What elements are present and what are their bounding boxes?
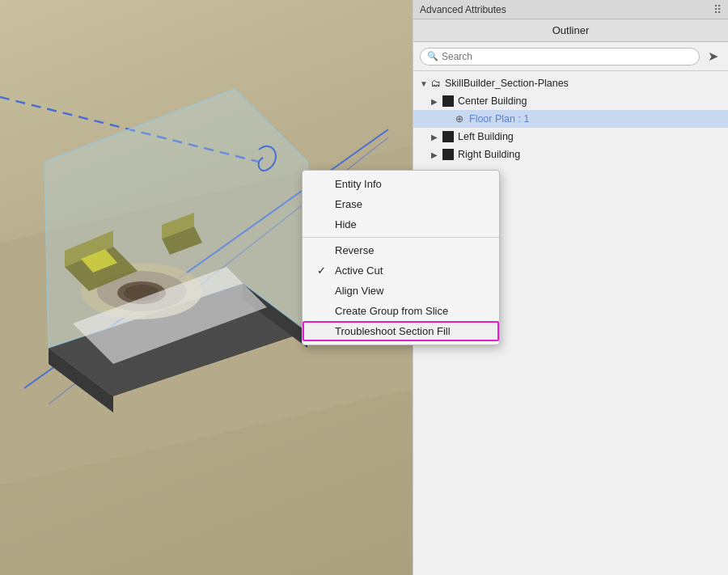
create-group-label: Create Group from Slice [335, 305, 448, 317]
active-cut-label: Active Cut [335, 264, 383, 277]
export-button[interactable]: ➤ [705, 47, 722, 66]
search-input[interactable] [442, 51, 692, 62]
erase-check [317, 198, 330, 210]
floor-plan-label: Floor Plan : 1 [469, 113, 529, 125]
search-bar: 🔍 ➤ [413, 42, 728, 71]
erase-label: Erase [335, 198, 362, 210]
tree-item-floor-plan[interactable]: ⊕ Floor Plan : 1 [413, 110, 728, 128]
context-menu: Entity Info Erase Hide Reverse ✓ Active … [302, 170, 500, 345]
floor-plan-icon: ⊕ [454, 113, 465, 125]
advanced-attributes-label: Advanced Attributes [420, 4, 506, 15]
menu-item-align-view[interactable]: Align View [303, 281, 499, 301]
right-building-icon [442, 149, 454, 160]
menu-item-entity-info[interactable]: Entity Info [303, 174, 499, 194]
reverse-label: Reverse [335, 244, 374, 256]
tree-item-left-building[interactable]: ▶ Left Building [413, 128, 728, 146]
align-view-check [317, 285, 330, 297]
center-building-label: Center Building [458, 95, 527, 107]
reverse-check [317, 244, 330, 256]
search-input-wrapper[interactable]: 🔍 [420, 48, 700, 66]
entity-info-check [317, 178, 330, 190]
left-building-arrow: ▶ [431, 133, 442, 142]
menu-item-troubleshoot[interactable]: Troubleshoot Section Fill [303, 321, 499, 341]
menu-item-create-group[interactable]: Create Group from Slice [303, 301, 499, 321]
outliner-title: Outliner [552, 24, 590, 36]
active-cut-check: ✓ [317, 264, 330, 277]
root-arrow: ▼ [420, 79, 431, 88]
hide-label: Hide [335, 218, 357, 230]
align-view-label: Align View [335, 285, 383, 297]
menu-item-reverse[interactable]: Reverse [303, 240, 499, 260]
root-icon: 🗂 [431, 78, 441, 89]
left-building-label: Left Building [458, 131, 514, 142]
center-building-arrow: ▶ [431, 97, 442, 106]
advanced-attributes-bar: Advanced Attributes ⠿ [413, 0, 728, 19]
troubleshoot-label: Troubleshoot Section Fill [335, 325, 451, 337]
root-label: SkillBuilder_Section-Planes [445, 78, 569, 89]
center-building-icon [442, 95, 454, 107]
right-building-label: Right Building [458, 149, 520, 160]
tree-item-right-building[interactable]: ▶ Right Building [413, 146, 728, 163]
tree-root[interactable]: ▼ 🗂 SkillBuilder_Section-Planes [413, 74, 728, 92]
floor-plan-arrow [442, 115, 454, 124]
tree-item-center-building[interactable]: ▶ Center Building [413, 92, 728, 110]
create-group-check [317, 305, 330, 317]
outliner-header: Outliner [413, 19, 728, 42]
menu-divider-1 [303, 237, 499, 238]
menu-item-active-cut[interactable]: ✓ Active Cut [303, 260, 499, 281]
right-building-arrow: ▶ [431, 150, 442, 159]
search-icon: 🔍 [427, 51, 438, 61]
menu-item-erase[interactable]: Erase [303, 194, 499, 214]
entity-info-label: Entity Info [335, 178, 382, 190]
troubleshoot-check [317, 325, 330, 337]
menu-item-hide[interactable]: Hide [303, 214, 499, 235]
left-building-icon [442, 131, 454, 142]
hide-check [317, 218, 330, 230]
resize-handle[interactable]: ⠿ [713, 3, 722, 16]
